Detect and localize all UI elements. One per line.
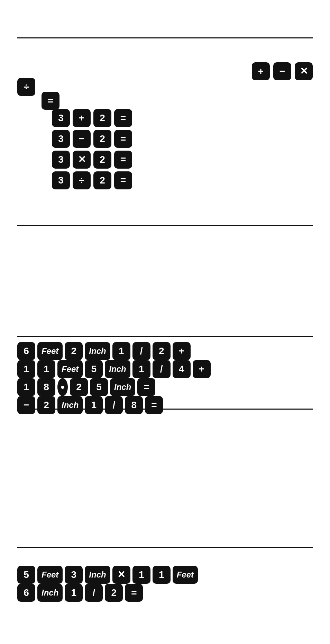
s3r1-feet[interactable]: Feet — [37, 566, 63, 584]
num-3-r4[interactable]: 3 — [52, 171, 70, 189]
s3r1-mul[interactable]: ✕ — [112, 566, 130, 584]
arith-row-1: 3 + 2 = — [52, 109, 132, 127]
s2r1-slash[interactable]: / — [132, 342, 150, 360]
sec2-row2: 1 1 Feet 5 Inch 1 / 4 + — [17, 360, 211, 378]
s2r1-1[interactable]: 1 — [112, 342, 130, 360]
num-2-r4[interactable]: 2 — [93, 171, 111, 189]
num-3-r3[interactable]: 3 — [52, 151, 70, 169]
equal-left-button[interactable]: = — [42, 92, 59, 110]
s2r3-1[interactable]: 1 — [17, 378, 35, 396]
s2r4-2[interactable]: 2 — [37, 396, 55, 414]
divide-left-button[interactable]: ÷ — [17, 78, 35, 96]
divider-5 — [17, 547, 313, 548]
arith-row-4: 3 ÷ 2 = — [52, 171, 132, 189]
s3r2-inch[interactable]: Inch — [37, 584, 63, 602]
s2r1-plus[interactable]: + — [173, 342, 191, 360]
s2r2-4[interactable]: 4 — [173, 360, 191, 378]
s2r2-feet[interactable]: Feet — [57, 360, 83, 378]
num-3-r2[interactable]: 3 — [52, 130, 70, 148]
s3r1-feet2[interactable]: Feet — [173, 566, 198, 584]
multiply-button[interactable]: ✕ — [295, 62, 313, 80]
s2r2-inch[interactable]: Inch — [105, 360, 130, 378]
eq-r2[interactable]: = — [114, 130, 132, 148]
s2r3-5[interactable]: 5 — [90, 378, 108, 396]
s3r1-1b[interactable]: 1 — [153, 566, 171, 584]
s2r2-1b[interactable]: 1 — [37, 360, 55, 378]
op-minus-r2[interactable]: − — [73, 130, 91, 148]
op-plus-r1[interactable]: + — [73, 109, 91, 127]
s2r1-feet[interactable]: Feet — [37, 342, 63, 360]
sec3-row2: 6 Inch 1 / 2 = — [17, 584, 143, 602]
s2r2-1c[interactable]: 1 — [132, 360, 150, 378]
eq-r1[interactable]: = — [114, 109, 132, 127]
s2r1-2b[interactable]: 2 — [153, 342, 171, 360]
add-button[interactable]: + — [252, 62, 270, 80]
sec2-row4: − 2 Inch 1 / 8 = — [17, 396, 163, 414]
s3r2-2[interactable]: 2 — [105, 584, 123, 602]
s3r1-inch[interactable]: Inch — [85, 566, 110, 584]
arithmetic-rows: 3 + 2 = 3 − 2 = 3 ✕ 2 = 3 ÷ 2 = — [52, 109, 132, 189]
s2r4-8[interactable]: 8 — [125, 396, 143, 414]
sec3-row1: 5 Feet 3 Inch ✕ 1 1 Feet — [17, 566, 198, 584]
s3r1-5[interactable]: 5 — [17, 566, 35, 584]
s2r3-2[interactable]: 2 — [70, 378, 88, 396]
s2r3-inch[interactable]: Inch — [110, 378, 135, 396]
s2r2-slash[interactable]: / — [153, 360, 171, 378]
num-3-r1[interactable]: 3 — [52, 109, 70, 127]
s3r2-slash[interactable]: / — [85, 584, 103, 602]
s3r1-1a[interactable]: 1 — [132, 566, 150, 584]
divide-left-button-container: ÷ — [17, 78, 35, 96]
s3r2-1[interactable]: 1 — [65, 584, 83, 602]
s2r2-plus[interactable]: + — [193, 360, 211, 378]
s2r1-inch[interactable]: Inch — [85, 342, 110, 360]
s3r2-6[interactable]: 6 — [17, 584, 35, 602]
s3r2-eq[interactable]: = — [125, 584, 143, 602]
s2r3-8[interactable]: 8 — [37, 378, 55, 396]
s2r2-5[interactable]: 5 — [85, 360, 103, 378]
eq-r3[interactable]: = — [114, 151, 132, 169]
s2r4-slash[interactable]: / — [105, 396, 123, 414]
divider-1 — [17, 37, 313, 38]
s2r1-2[interactable]: 2 — [65, 342, 83, 360]
s2r3-dot[interactable]: • — [57, 378, 68, 396]
divider-2 — [17, 225, 313, 226]
top-right-buttons: + − ✕ — [252, 62, 313, 80]
arith-row-2: 3 − 2 = — [52, 130, 132, 148]
sec2-row3: 1 8 • 2 5 Inch = — [17, 378, 155, 396]
num-2-r2[interactable]: 2 — [93, 130, 111, 148]
s2r4-eq[interactable]: = — [145, 396, 163, 414]
op-mul-r3[interactable]: ✕ — [73, 151, 91, 169]
subtract-button[interactable]: − — [273, 62, 291, 80]
num-2-r3[interactable]: 2 — [93, 151, 111, 169]
op-div-r4[interactable]: ÷ — [73, 171, 91, 189]
sec2-row1: 6 Feet 2 Inch 1 / 2 + — [17, 342, 191, 360]
s3r1-3[interactable]: 3 — [65, 566, 83, 584]
s2r3-eq[interactable]: = — [137, 378, 155, 396]
s2r1-6[interactable]: 6 — [17, 342, 35, 360]
s2r4-minus[interactable]: − — [17, 396, 35, 414]
num-2-r1[interactable]: 2 — [93, 109, 111, 127]
s2r4-inch[interactable]: Inch — [57, 396, 83, 414]
arith-row-3: 3 ✕ 2 = — [52, 151, 132, 169]
divider-3 — [17, 336, 313, 337]
eq-r4[interactable]: = — [114, 171, 132, 189]
equal-left-button-container: = — [42, 92, 59, 110]
s2r4-1[interactable]: 1 — [85, 396, 103, 414]
s2r2-1a[interactable]: 1 — [17, 360, 35, 378]
